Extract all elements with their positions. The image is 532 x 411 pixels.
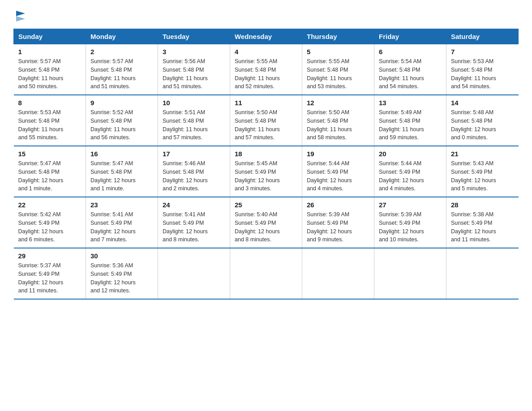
day-number: 6 — [379, 48, 442, 56]
day-number: 1 — [18, 48, 82, 56]
day-number: 4 — [235, 48, 297, 56]
calendar-cell: 20 Sunrise: 5:44 AMSunset: 5:49 PMDaylig… — [374, 146, 446, 197]
day-number: 27 — [379, 201, 442, 209]
day-number: 15 — [18, 150, 82, 158]
calendar-week-row: 15 Sunrise: 5:47 AMSunset: 5:48 PMDaylig… — [14, 146, 519, 197]
day-number: 26 — [307, 201, 369, 209]
logo — [13, 9, 28, 21]
day-info: Sunrise: 5:53 AMSunset: 5:48 PMDaylight:… — [451, 58, 496, 90]
day-number: 10 — [163, 99, 225, 107]
day-number: 20 — [379, 150, 442, 158]
header-day-tuesday: Tuesday — [158, 29, 230, 44]
day-info: Sunrise: 5:44 AMSunset: 5:49 PMDaylight:… — [379, 160, 424, 192]
day-number: 12 — [307, 99, 369, 107]
day-number: 22 — [18, 201, 82, 209]
day-info: Sunrise: 5:53 AMSunset: 5:48 PMDaylight:… — [18, 109, 64, 141]
day-number: 30 — [90, 252, 153, 260]
day-info: Sunrise: 5:36 AMSunset: 5:49 PMDaylight:… — [90, 262, 136, 294]
calendar-table: SundayMondayTuesdayWednesdayThursdayFrid… — [13, 29, 519, 300]
day-number: 3 — [163, 48, 225, 56]
calendar-cell — [446, 248, 519, 299]
calendar-cell: 11 Sunrise: 5:50 AMSunset: 5:48 PMDaylig… — [230, 95, 302, 146]
day-number: 2 — [90, 48, 153, 56]
svg-marker-1 — [16, 16, 25, 21]
day-number: 18 — [235, 150, 297, 158]
day-info: Sunrise: 5:51 AMSunset: 5:48 PMDaylight:… — [163, 109, 208, 141]
day-info: Sunrise: 5:48 AMSunset: 5:48 PMDaylight:… — [451, 109, 496, 141]
calendar-cell: 7 Sunrise: 5:53 AMSunset: 5:48 PMDayligh… — [446, 44, 519, 95]
calendar-week-row: 8 Sunrise: 5:53 AMSunset: 5:48 PMDayligh… — [14, 95, 519, 146]
day-number: 7 — [451, 48, 514, 56]
calendar-cell: 4 Sunrise: 5:55 AMSunset: 5:48 PMDayligh… — [230, 44, 302, 95]
day-info: Sunrise: 5:47 AMSunset: 5:48 PMDaylight:… — [18, 160, 64, 192]
day-info: Sunrise: 5:37 AMSunset: 5:49 PMDaylight:… — [18, 262, 64, 294]
svg-marker-0 — [16, 11, 25, 16]
day-info: Sunrise: 5:41 AMSunset: 5:49 PMDaylight:… — [90, 211, 136, 243]
day-number: 21 — [451, 150, 514, 158]
header-day-monday: Monday — [86, 29, 158, 44]
day-number: 29 — [18, 252, 82, 260]
day-number: 5 — [307, 48, 369, 56]
header — [13, 9, 519, 21]
day-info: Sunrise: 5:41 AMSunset: 5:49 PMDaylight:… — [163, 211, 208, 243]
calendar-cell: 21 Sunrise: 5:43 AMSunset: 5:49 PMDaylig… — [446, 146, 519, 197]
calendar-cell: 29 Sunrise: 5:37 AMSunset: 5:49 PMDaylig… — [14, 248, 86, 299]
day-number: 13 — [379, 99, 442, 107]
calendar-cell: 28 Sunrise: 5:38 AMSunset: 5:49 PMDaylig… — [446, 197, 519, 248]
day-info: Sunrise: 5:54 AMSunset: 5:48 PMDaylight:… — [379, 58, 424, 90]
day-info: Sunrise: 5:42 AMSunset: 5:49 PMDaylight:… — [18, 211, 64, 243]
calendar-cell: 27 Sunrise: 5:39 AMSunset: 5:49 PMDaylig… — [374, 197, 446, 248]
day-info: Sunrise: 5:43 AMSunset: 5:49 PMDaylight:… — [451, 160, 496, 192]
calendar-cell — [302, 248, 374, 299]
calendar-cell: 15 Sunrise: 5:47 AMSunset: 5:48 PMDaylig… — [14, 146, 86, 197]
day-info: Sunrise: 5:44 AMSunset: 5:49 PMDaylight:… — [307, 160, 352, 192]
calendar-cell: 17 Sunrise: 5:46 AMSunset: 5:48 PMDaylig… — [158, 146, 230, 197]
day-number: 14 — [451, 99, 514, 107]
calendar-cell: 16 Sunrise: 5:47 AMSunset: 5:48 PMDaylig… — [86, 146, 158, 197]
calendar-cell: 10 Sunrise: 5:51 AMSunset: 5:48 PMDaylig… — [158, 95, 230, 146]
day-number: 11 — [235, 99, 297, 107]
calendar-week-row: 1 Sunrise: 5:57 AMSunset: 5:48 PMDayligh… — [14, 44, 519, 95]
day-number: 9 — [90, 99, 153, 107]
day-number: 19 — [307, 150, 369, 158]
calendar-cell: 3 Sunrise: 5:56 AMSunset: 5:48 PMDayligh… — [158, 44, 230, 95]
day-info: Sunrise: 5:38 AMSunset: 5:49 PMDaylight:… — [451, 211, 496, 243]
calendar-cell: 23 Sunrise: 5:41 AMSunset: 5:49 PMDaylig… — [86, 197, 158, 248]
calendar-cell: 1 Sunrise: 5:57 AMSunset: 5:48 PMDayligh… — [14, 44, 86, 95]
day-info: Sunrise: 5:55 AMSunset: 5:48 PMDaylight:… — [307, 58, 352, 90]
header-day-thursday: Thursday — [302, 29, 374, 44]
calendar-cell: 30 Sunrise: 5:36 AMSunset: 5:49 PMDaylig… — [86, 248, 158, 299]
header-day-wednesday: Wednesday — [230, 29, 302, 44]
calendar-cell: 25 Sunrise: 5:40 AMSunset: 5:49 PMDaylig… — [230, 197, 302, 248]
calendar-header-row: SundayMondayTuesdayWednesdayThursdayFrid… — [14, 29, 519, 44]
day-number: 17 — [163, 150, 225, 158]
header-day-friday: Friday — [374, 29, 446, 44]
header-day-saturday: Saturday — [446, 29, 519, 44]
day-info: Sunrise: 5:46 AMSunset: 5:48 PMDaylight:… — [163, 160, 208, 192]
calendar-cell: 9 Sunrise: 5:52 AMSunset: 5:48 PMDayligh… — [86, 95, 158, 146]
calendar-cell: 8 Sunrise: 5:53 AMSunset: 5:48 PMDayligh… — [14, 95, 86, 146]
day-info: Sunrise: 5:50 AMSunset: 5:48 PMDaylight:… — [307, 109, 352, 141]
logo-flag-icon — [14, 9, 27, 21]
day-info: Sunrise: 5:56 AMSunset: 5:48 PMDaylight:… — [163, 58, 208, 90]
calendar-week-row: 29 Sunrise: 5:37 AMSunset: 5:49 PMDaylig… — [14, 248, 519, 299]
calendar-cell — [158, 248, 230, 299]
day-info: Sunrise: 5:39 AMSunset: 5:49 PMDaylight:… — [307, 211, 352, 243]
calendar-week-row: 22 Sunrise: 5:42 AMSunset: 5:49 PMDaylig… — [14, 197, 519, 248]
header-day-sunday: Sunday — [14, 29, 86, 44]
day-number: 23 — [90, 201, 153, 209]
day-info: Sunrise: 5:39 AMSunset: 5:49 PMDaylight:… — [379, 211, 424, 243]
day-info: Sunrise: 5:40 AMSunset: 5:49 PMDaylight:… — [235, 211, 280, 243]
day-info: Sunrise: 5:52 AMSunset: 5:48 PMDaylight:… — [90, 109, 136, 141]
calendar-cell — [374, 248, 446, 299]
calendar-cell: 5 Sunrise: 5:55 AMSunset: 5:48 PMDayligh… — [302, 44, 374, 95]
calendar-cell: 12 Sunrise: 5:50 AMSunset: 5:48 PMDaylig… — [302, 95, 374, 146]
calendar-cell: 13 Sunrise: 5:49 AMSunset: 5:48 PMDaylig… — [374, 95, 446, 146]
day-number: 16 — [90, 150, 153, 158]
calendar-cell: 18 Sunrise: 5:45 AMSunset: 5:49 PMDaylig… — [230, 146, 302, 197]
calendar-cell: 14 Sunrise: 5:48 AMSunset: 5:48 PMDaylig… — [446, 95, 519, 146]
calendar-cell: 19 Sunrise: 5:44 AMSunset: 5:49 PMDaylig… — [302, 146, 374, 197]
calendar-cell: 6 Sunrise: 5:54 AMSunset: 5:48 PMDayligh… — [374, 44, 446, 95]
calendar-cell: 24 Sunrise: 5:41 AMSunset: 5:49 PMDaylig… — [158, 197, 230, 248]
calendar-cell: 26 Sunrise: 5:39 AMSunset: 5:49 PMDaylig… — [302, 197, 374, 248]
